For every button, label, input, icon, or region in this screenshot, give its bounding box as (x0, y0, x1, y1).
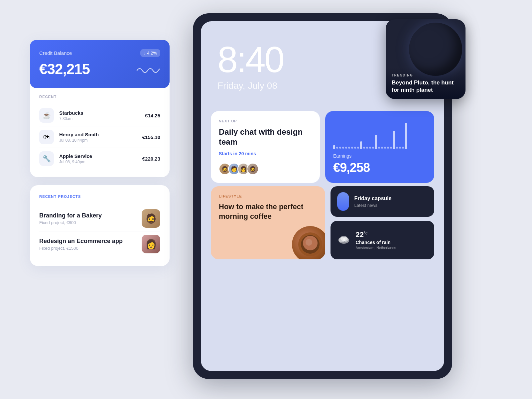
project-sub: Fixed project, €1500 (39, 246, 123, 251)
projects-card: RECENT PROJECTS Branding for a Bakery Fi… (30, 185, 170, 266)
finance-card: Credit Balance ↓ 4.2% €32,215 RECENT ☕ S… (30, 40, 170, 177)
project-avatar: 🧔 (142, 209, 160, 228)
transaction-item[interactable]: 🛍 Henry and Smith Jul 08, 10:44pm €155.1… (39, 126, 160, 148)
friday-capsule-card[interactable]: Friday capsule Latest news (331, 186, 434, 217)
earnings-chart (333, 119, 426, 149)
transaction-item[interactable]: ☕ Starbucks 7:30am €14.25 (39, 105, 160, 126)
tx-amount: €155.10 (142, 134, 160, 140)
trending-label: TRENDING (392, 73, 460, 77)
shopping-icon: 🛍 (39, 130, 54, 144)
tx-name: Starbucks (59, 110, 145, 116)
weather-description: Chances of rain (356, 240, 396, 245)
recent-section: RECENT ☕ Starbucks 7:30am €14.25 🛍 Henry… (30, 88, 170, 169)
project-name: Redesign an Ecommerce app (39, 238, 123, 245)
coffee-cup-icon (292, 226, 325, 259)
earnings-label: Earnings (333, 153, 426, 159)
tx-name: Henry and Smith (59, 132, 142, 137)
capsule-icon (337, 192, 349, 211)
project-item[interactable]: Branding for a Bakery Fixed project, €80… (39, 206, 160, 231)
project-item[interactable]: Redesign an Ecommerce app Fixed project,… (39, 231, 160, 257)
cards-grid: NEXT UP Daily chat with design team Star… (201, 108, 444, 186)
right-news: Friday capsule Latest news (331, 186, 434, 259)
recent-title: RECENT (39, 95, 160, 99)
tx-time: 7:30am (59, 116, 145, 121)
projects-title: RECENT PROJECTS (39, 195, 160, 199)
svg-point-7 (340, 236, 347, 241)
wave-icon (136, 64, 160, 74)
friday-capsule-sub: Latest news (354, 203, 392, 208)
project-avatar: 👩 (142, 235, 160, 253)
avatar: 🧔 (247, 163, 259, 175)
weather-temp: 22°c (356, 230, 396, 239)
tx-amount: €220.23 (142, 156, 160, 162)
weather-location: Amsterdam, Netherlands (356, 246, 396, 250)
tx-name: Apple Service (59, 153, 142, 159)
lifestyle-title: How to make the perfect morning coffee (219, 202, 317, 221)
credit-badge: ↓ 4.2% (140, 49, 160, 57)
lifestyle-card[interactable]: LIFESTYLE How to make the perfect mornin… (211, 186, 325, 259)
finance-header: Credit Balance ↓ 4.2% €32,215 (30, 40, 170, 88)
earnings-amount: €9,258 (333, 161, 426, 175)
earnings-card[interactable]: Earnings €9,258 (325, 111, 434, 183)
left-panel: Credit Balance ↓ 4.2% €32,215 RECENT ☕ S… (30, 40, 170, 266)
project-sub: Fixed project, €800 (39, 220, 102, 225)
trending-card[interactable]: TRENDING Beyond Pluto, the hunt for nint… (386, 19, 466, 99)
next-up-title: Daily chat with design team (219, 127, 312, 147)
news-grid: LIFESTYLE How to make the perfect mornin… (201, 186, 444, 269)
tx-amount: €14.25 (145, 113, 160, 118)
weather-card[interactable]: 22°c Chances of rain Amsterdam, Netherla… (331, 221, 434, 259)
avatar-group: 🧔 🧑 👩 🧔 (219, 163, 312, 175)
next-up-card[interactable]: NEXT UP Daily chat with design team Star… (211, 111, 320, 183)
svg-point-3 (306, 239, 312, 246)
starbucks-icon: ☕ (39, 108, 54, 123)
project-name: Branding for a Bakery (39, 212, 102, 219)
next-up-time: Starts in 20 mins (219, 151, 312, 156)
credit-balance-label: Credit Balance (39, 50, 72, 56)
friday-capsule-title: Friday capsule (354, 196, 392, 201)
tx-time: Jul 08, 10:44pm (59, 138, 142, 143)
next-up-label: NEXT UP (219, 119, 312, 123)
weather-cloud-icon (337, 234, 350, 247)
transaction-item[interactable]: 🔧 Apple Service Jul 08, 9:40pm €220.23 (39, 148, 160, 169)
tools-icon: 🔧 (39, 151, 54, 166)
trending-title: Beyond Pluto, the hunt for ninth planet (392, 79, 460, 94)
credit-amount-value: €32,215 (39, 61, 90, 77)
tx-time: Jul 08, 9:40pm (59, 160, 142, 164)
lifestyle-label: LIFESTYLE (219, 194, 317, 198)
